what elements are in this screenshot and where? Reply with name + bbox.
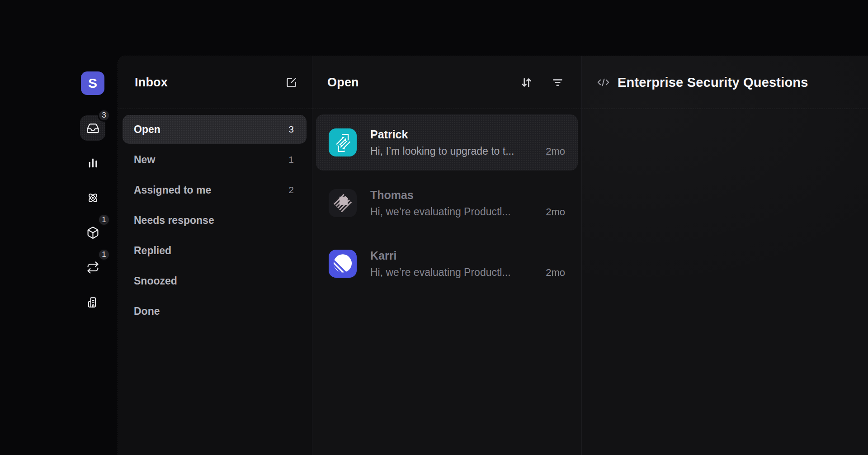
conversation-time: 2mo: [546, 206, 565, 218]
sidebar-item-inbox[interactable]: 3: [80, 115, 105, 141]
avatar: [329, 189, 357, 217]
building-icon: [86, 296, 99, 309]
filter-lines-icon: [551, 76, 564, 89]
conversation-time: 2mo: [546, 146, 565, 157]
compose-icon: [285, 76, 297, 89]
sidebar-item-company[interactable]: [80, 289, 105, 315]
inbox-panel-header: Inbox: [118, 56, 312, 109]
detail-panel-header: Enterprise Security Questions: [582, 56, 868, 109]
inbox-filter-open[interactable]: Open 3: [123, 115, 307, 144]
list-panel-header: Open: [312, 56, 581, 109]
inbox-filter-replied[interactable]: Replied: [123, 236, 307, 265]
conversation-preview: Hi, I’m looking to upgrade to t...: [370, 145, 538, 157]
inbox-filter-needs-response[interactable]: Needs response: [123, 206, 307, 235]
conversation-text: Patrick Hi, I’m looking to upgrade to t.…: [370, 128, 565, 157]
conversation-detail-panel: Enterprise Security Questions: [582, 56, 868, 455]
sort-arrows-icon: [520, 76, 533, 89]
sync-arrows-icon: [86, 261, 99, 274]
conversation-row-karri[interactable]: Karri Hi, we’re evaluating Productl... 2…: [316, 236, 578, 292]
sidebar-item-automation[interactable]: [80, 185, 105, 210]
sidebar: S 3 1: [80, 71, 105, 324]
avatar: [329, 250, 357, 278]
filter-label: Done: [134, 305, 160, 318]
conversation-name: Thomas: [370, 189, 565, 202]
inbox-filter-done[interactable]: Done: [123, 297, 307, 326]
filter-label: Snoozed: [134, 275, 177, 287]
inbox-filter-list: Open 3 New 1 Assigned to me 2 Needs resp…: [118, 109, 312, 327]
conversation-name: Karri: [370, 249, 565, 262]
filter-label: Open: [134, 123, 160, 136]
notification-badge: 1: [98, 213, 110, 226]
conversation-text: Karri Hi, we’re evaluating Productl... 2…: [370, 249, 565, 279]
sidebar-item-reports[interactable]: [80, 150, 105, 175]
cube-icon: [86, 226, 99, 239]
sidebar-item-products[interactable]: 1: [80, 220, 105, 245]
conversation-title: Enterprise Security Questions: [618, 75, 808, 90]
filter-label: Needs response: [134, 214, 214, 227]
conversation-text: Thomas Hi, we’re evaluating Productl... …: [370, 189, 565, 218]
notification-badge: 1: [98, 248, 110, 261]
conversation-row-thomas[interactable]: Thomas Hi, we’re evaluating Productl... …: [316, 175, 578, 231]
workspace-panels: Inbox Open 3 New 1 Assign: [118, 56, 868, 455]
notification-badge: 3: [98, 109, 110, 122]
inbox-panel: Inbox Open 3 New 1 Assign: [118, 56, 312, 455]
sort-button[interactable]: [520, 76, 533, 89]
conversation-preview: Hi, we’re evaluating Productl...: [370, 266, 538, 279]
bar-chart-icon: [86, 156, 99, 170]
conversation-body: [582, 109, 868, 455]
filter-label: Assigned to me: [134, 184, 211, 196]
inbox-filter-snoozed[interactable]: Snoozed: [123, 266, 307, 295]
list-panel-title: Open: [327, 76, 359, 90]
inbox-filter-new[interactable]: New 1: [123, 145, 307, 174]
app-root: S 3 1: [0, 0, 868, 455]
striped-globe-icon: [329, 250, 357, 278]
conversation-row-patrick[interactable]: Patrick Hi, I’m looking to upgrade to t.…: [316, 114, 578, 171]
conversation-preview: Hi, we’re evaluating Productl...: [370, 206, 538, 218]
filter-count: 3: [288, 124, 294, 135]
filter-label: New: [134, 154, 155, 166]
inbox-tray-icon: [86, 122, 99, 135]
filter-count: 2: [288, 185, 294, 195]
sidebar-item-workflows[interactable]: 1: [80, 255, 105, 280]
atom-icon: [86, 191, 99, 204]
filter-count: 1: [288, 154, 294, 165]
striped-diamond-icon: [329, 189, 357, 217]
avatar: [329, 128, 357, 156]
conversation-name: Patrick: [370, 128, 565, 141]
conversation-list-panel: Open: [312, 56, 582, 455]
code-icon: [596, 76, 611, 89]
compose-button[interactable]: [285, 76, 297, 89]
inbox-panel-title: Inbox: [135, 76, 168, 90]
app-logo[interactable]: S: [81, 71, 104, 95]
inbox-filter-assigned-to-me[interactable]: Assigned to me 2: [123, 175, 307, 204]
filter-button[interactable]: [551, 76, 564, 89]
conversation-time: 2mo: [546, 267, 565, 279]
filter-label: Replied: [134, 245, 171, 257]
list-header-actions: [520, 76, 564, 89]
diagonal-arrows-icon: [329, 128, 357, 156]
conversation-list: Patrick Hi, I’m looking to upgrade to t.…: [312, 109, 581, 296]
